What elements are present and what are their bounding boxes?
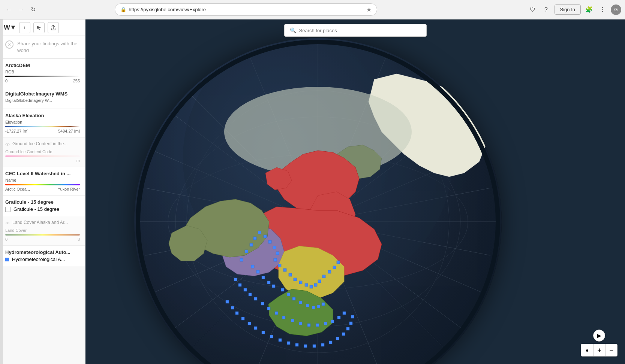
zoom-out-button[interactable]: − [605,344,617,356]
svg-rect-26 [273,246,276,249]
svg-rect-50 [299,301,302,304]
ground-ice-range: m [5,158,80,163]
svg-rect-68 [324,322,327,325]
nav-buttons: ← → ↻ [4,4,38,15]
hydro-item: Hydrometeorological A... [5,257,80,262]
svg-rect-46 [272,285,275,288]
compass-button[interactable]: ▶ [593,330,605,342]
land-cover-colorbar [5,234,80,236]
search-input[interactable] [299,28,421,33]
svg-rect-90 [349,322,352,325]
hydro-dot-icon [5,258,9,261]
svg-rect-47 [281,288,284,291]
svg-rect-41 [337,261,340,264]
svg-rect-31 [289,273,292,276]
ground-ice-max: m [76,158,80,163]
svg-rect-22 [253,237,256,240]
svg-rect-27 [276,252,279,255]
svg-rect-71 [343,312,346,315]
digitalglobe-subtitle: DigitalGlobe:Imagery W... [5,98,80,103]
cursor-tool-button[interactable] [33,22,45,33]
svg-rect-60 [261,302,264,305]
svg-rect-61 [267,307,270,310]
ground-ice-eye-icon: 👁 [5,142,10,148]
svg-rect-74 [235,312,238,315]
svg-rect-89 [346,327,349,330]
svg-rect-28 [274,258,277,261]
globe [134,38,502,364]
add-layer-button[interactable]: + [19,22,30,33]
back-button[interactable]: ← [4,4,14,15]
svg-rect-57 [244,288,247,291]
svg-rect-70 [337,316,340,319]
alaska-elev-label: Elevation [5,120,80,124]
profile-avatar[interactable]: G [611,4,621,15]
alaska-elev-title: Alaska Elevation [5,113,80,118]
home-button[interactable]: ● [581,344,593,356]
address-bar[interactable]: 🔒 https://pyxisglobe.com/view/Explore ★ [115,3,377,16]
layer-hydro: Hydrometeorological Auto... Hydrometeoro… [0,246,85,266]
reload-button[interactable]: ↻ [28,4,38,15]
svg-rect-66 [307,324,310,327]
cec-colorbar [5,184,80,185]
map-area[interactable]: ▶ ● + − 🔍 [85,19,625,364]
browser-chrome: ← → ↻ 🔒 https://pyxisglobe.com/view/Expl… [0,0,625,19]
land-cover-range: 0 8 [5,237,80,242]
cursor-icon [36,25,42,31]
svg-rect-30 [283,269,286,272]
step-number: 3 [5,40,13,49]
svg-rect-24 [264,235,267,238]
help-button[interactable]: ? [541,4,552,15]
sidebar-divider[interactable] [0,19,3,364]
globe-container [85,19,625,364]
svg-rect-56 [238,283,241,286]
shield-button[interactable]: 🛡 [528,4,538,15]
svg-rect-34 [305,283,308,286]
svg-rect-54 [322,303,325,306]
layer-digitalglobe: DigitalGlobe:Imagery WMS DigitalGlobe:Im… [0,87,85,109]
svg-rect-72 [226,300,229,303]
map-controls: ▶ ● + − [581,330,618,357]
svg-rect-80 [279,339,282,342]
toolbar-right: 🛡?Sign In 🧩 ⋮ G [528,4,621,15]
sign-in-button[interactable]: Sign In [555,4,581,15]
sidebar-toolbar: W▼ + [0,19,85,36]
home-icon: ● [586,347,589,353]
map-search-bar[interactable]: 🔍 [284,24,427,37]
graticule-label: Graticule - 15 degree [13,206,59,212]
svg-rect-33 [299,281,302,284]
cec-min: Arctic Ocea... [5,187,30,191]
svg-rect-44 [262,276,265,279]
arcticdem-max: 255 [73,79,80,83]
svg-rect-19 [240,258,243,261]
app-logo: W▼ [4,24,16,31]
bookmark-button[interactable]: ★ [366,6,372,13]
extensions-button[interactable]: 🧩 [584,4,594,15]
svg-rect-85 [321,343,324,346]
cec-max: Yukon River [58,187,80,191]
url-text: https://pyxisglobe.com/view/Explore [129,7,364,12]
svg-rect-45 [267,281,270,284]
svg-rect-37 [318,280,321,283]
graticule-checkbox[interactable] [5,207,10,212]
svg-rect-79 [270,335,273,338]
zoom-in-button[interactable]: + [593,344,605,356]
svg-marker-0 [37,25,41,30]
alaska-elev-min: -1727.27 [m] [5,129,28,133]
share-button[interactable] [48,22,59,33]
arcticdem-title: ArcticDEM [5,63,80,68]
svg-rect-51 [306,304,309,307]
menu-button[interactable]: ⋮ [597,4,608,15]
security-icon: 🔒 [120,7,126,12]
svg-rect-32 [294,278,297,281]
svg-rect-55 [234,278,237,281]
svg-rect-25 [268,240,271,243]
svg-rect-49 [292,297,295,300]
svg-rect-29 [278,264,281,267]
svg-rect-91 [351,315,354,318]
svg-rect-63 [282,316,285,319]
forward-button[interactable]: → [16,4,26,15]
step-card: 3 Share your findings with the world [0,36,85,59]
arcticdem-label: RGB [5,70,80,74]
svg-rect-59 [254,297,257,300]
